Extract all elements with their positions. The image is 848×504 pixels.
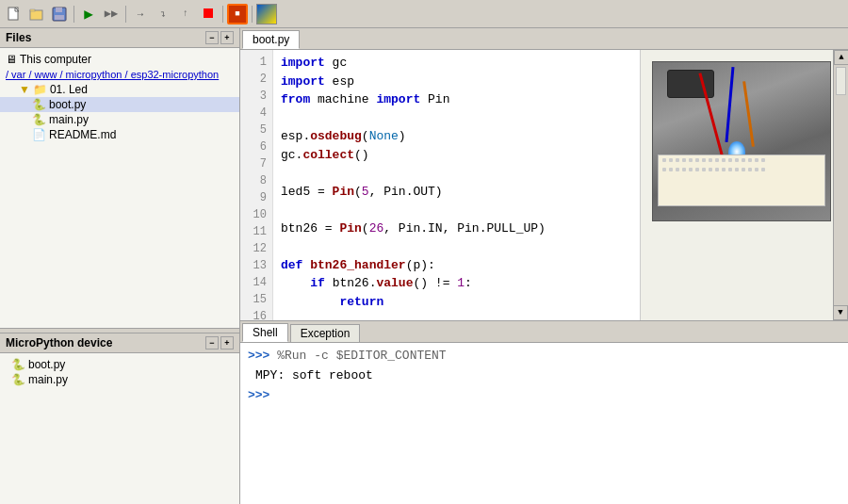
file-readme-md[interactable]: 📄 README.md xyxy=(0,127,239,142)
files-panel-title: Files xyxy=(6,31,31,44)
breadboard-row-1 xyxy=(659,155,824,165)
file-name-main: main.py xyxy=(49,113,89,126)
toolbar-separator-2 xyxy=(125,6,126,23)
editor-scrollbar[interactable]: ▲ ▼ xyxy=(833,50,848,320)
scroll-thumb[interactable] xyxy=(836,67,846,95)
prompt-2: >>> xyxy=(248,388,269,402)
flag-icon xyxy=(256,4,277,24)
exception-tab-label: Exception xyxy=(301,327,351,340)
file-boot-py[interactable]: 🐍 boot.py xyxy=(0,97,239,112)
toolbar-separator-4 xyxy=(252,6,253,23)
computer-icon: 🖥 xyxy=(6,53,17,66)
line-num-13: 13 xyxy=(240,257,272,274)
device-collapse-button[interactable]: − xyxy=(205,336,219,350)
device-file-main[interactable]: 🐍 main.py xyxy=(0,372,239,387)
step-into-button[interactable]: ↴ xyxy=(153,4,173,24)
file-py-icon-2: 🐍 xyxy=(32,113,46,126)
svg-rect-2 xyxy=(30,9,35,11)
file-main-py[interactable]: 🐍 main.py xyxy=(0,112,239,127)
line-num-15: 15 xyxy=(240,291,272,308)
file-py-icon: 🐍 xyxy=(32,98,46,111)
editor-tab-boot[interactable]: boot.py xyxy=(242,30,300,49)
editor-tab-bar: boot.py xyxy=(240,28,848,50)
circuit-image-area xyxy=(640,50,833,320)
stop-button[interactable]: ⏹ xyxy=(198,4,219,24)
shell-line-1: >>> %Run -c $EDITOR_CONTENT xyxy=(248,347,840,366)
stop-sign-button[interactable]: ■ xyxy=(227,4,248,24)
device-file-tree: 🐍 boot.py 🐍 main.py xyxy=(0,353,239,504)
circuit-photo xyxy=(652,61,831,221)
device-boot-label: boot.py xyxy=(28,358,65,371)
scroll-up-button[interactable]: ▲ xyxy=(834,50,848,65)
new-file-button[interactable] xyxy=(4,4,24,24)
svg-rect-5 xyxy=(55,15,64,20)
line-num-2: 2 xyxy=(240,71,272,88)
shell-output-1: MPY: soft reboot xyxy=(248,366,840,386)
folder-icon: 📁 xyxy=(33,83,47,96)
line-num-11: 11 xyxy=(240,223,272,240)
line-num-9: 9 xyxy=(240,189,272,206)
file-name-readme: README.md xyxy=(49,128,116,141)
collapse-panel-button[interactable]: − xyxy=(205,31,219,44)
file-tree: 🖥 This computer / var / www / micropytho… xyxy=(0,48,239,328)
main-layout: Files − + 🖥 This computer / var / www / … xyxy=(0,28,848,504)
save-button[interactable] xyxy=(49,4,70,24)
device-file-boot[interactable]: 🐍 boot.py xyxy=(0,357,239,372)
shell-tab-label: Shell xyxy=(253,326,278,339)
file-name-boot: boot.py xyxy=(49,98,86,111)
left-panel: Files − + 🖥 This computer / var / www / … xyxy=(0,28,240,504)
files-panel-icons: − + xyxy=(205,31,234,44)
code-editor[interactable]: import gc import esp from machine import… xyxy=(273,50,640,320)
folder-label: 01. Led xyxy=(50,83,88,96)
exception-tab[interactable]: Exception xyxy=(290,324,361,342)
file-md-icon: 📄 xyxy=(32,128,46,141)
device-main-icon: 🐍 xyxy=(11,373,25,386)
folder-01-led[interactable]: ▼ 📁 01. Led xyxy=(0,82,239,97)
line-num-4: 4 xyxy=(240,105,272,122)
folder-expand-icon: ▼ xyxy=(19,83,30,96)
shell-tab[interactable]: Shell xyxy=(242,323,288,342)
right-panel: boot.py 1 2 3 4 5 6 7 8 9 10 11 12 13 14… xyxy=(240,28,848,504)
open-file-button[interactable] xyxy=(26,4,47,24)
line-num-14: 14 xyxy=(240,274,272,291)
shell-output[interactable]: >>> %Run -c $EDITOR_CONTENT MPY: soft re… xyxy=(240,343,848,504)
line-num-1: 1 xyxy=(240,54,272,71)
shell-output-text-1: MPY: soft reboot xyxy=(255,368,373,382)
computer-label: This computer xyxy=(20,53,91,66)
toolbar-separator-1 xyxy=(73,6,74,23)
line-num-3: 3 xyxy=(240,88,272,105)
bottom-panel: Shell Exception >>> %Run -c $EDITOR_CONT… xyxy=(240,320,848,504)
resume-button[interactable]: ▶▶ xyxy=(101,4,122,24)
step-out-button[interactable]: ↑ xyxy=(175,4,196,24)
computer-root[interactable]: 🖥 This computer xyxy=(0,52,239,67)
device-panel-header: MicroPython device − + xyxy=(0,333,239,353)
shell-cmd-1: %Run -c $EDITOR_CONTENT xyxy=(277,349,446,363)
svg-rect-4 xyxy=(56,8,62,12)
files-panel-header: Files − + xyxy=(0,28,239,48)
expand-panel-button[interactable]: + xyxy=(220,31,234,44)
breadboard xyxy=(658,154,825,206)
prompt-1: >>> xyxy=(248,349,269,363)
toolbar-separator-3 xyxy=(222,6,223,23)
line-num-12: 12 xyxy=(240,240,272,257)
device-expand-button[interactable]: + xyxy=(220,336,234,350)
breadboard-row-2 xyxy=(659,165,824,174)
line-num-8: 8 xyxy=(240,172,272,189)
device-main-label: main.py xyxy=(28,373,68,386)
line-num-6: 6 xyxy=(240,138,272,155)
editor-tab-boot-label: boot.py xyxy=(253,33,289,46)
device-panel-icons: − + xyxy=(205,336,234,350)
svg-rect-1 xyxy=(30,10,42,20)
device-boot-icon: 🐍 xyxy=(11,358,25,371)
toolbar: ▶ ▶▶ ⇢ ↴ ↑ ⏹ ■ xyxy=(0,0,848,28)
run-button[interactable]: ▶ xyxy=(78,4,99,24)
editor-area: 1 2 3 4 5 6 7 8 9 10 11 12 13 14 15 16 1… xyxy=(240,50,848,320)
line-num-10: 10 xyxy=(240,206,272,223)
shell-tab-bar: Shell Exception xyxy=(240,321,848,343)
line-num-7: 7 xyxy=(240,155,272,172)
scroll-down-button[interactable]: ▼ xyxy=(833,305,848,320)
file-path[interactable]: / var / www / micropython / esp32-microp… xyxy=(0,67,239,82)
line-numbers: 1 2 3 4 5 6 7 8 9 10 11 12 13 14 15 16 1… xyxy=(240,50,273,320)
device-panel-title: MicroPython device xyxy=(6,336,112,350)
step-over-button[interactable]: ⇢ xyxy=(130,4,151,24)
